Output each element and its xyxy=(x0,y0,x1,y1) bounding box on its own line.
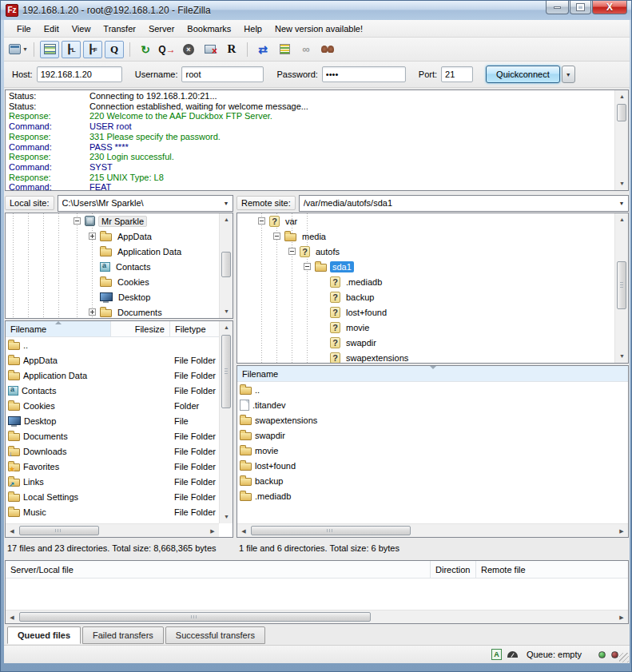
file-row[interactable]: .. xyxy=(237,382,628,397)
scrollbar-thumb[interactable] xyxy=(221,335,231,408)
tree-item-movie[interactable]: movie xyxy=(237,320,628,335)
scroll-left-icon[interactable]: ◀ xyxy=(6,610,18,624)
tree-item-contacts[interactable]: Contacts xyxy=(6,259,233,274)
remote-site-combobox[interactable]: /var/media/autofs/sda1 ▼ xyxy=(299,195,629,212)
file-row[interactable]: swapdir xyxy=(237,427,628,443)
scroll-up-icon[interactable]: ▲ xyxy=(615,213,629,226)
scrollbar-thumb[interactable] xyxy=(251,526,411,535)
scrollbar-thumb[interactable] xyxy=(617,261,626,309)
tab-failed-transfers[interactable]: Failed transfers xyxy=(82,626,164,644)
sync-browsing-button[interactable]: ∞ xyxy=(296,41,316,58)
collapse-icon[interactable] xyxy=(304,263,311,270)
column-header-filename[interactable]: Filename xyxy=(6,321,111,336)
maximize-button[interactable] xyxy=(570,1,591,14)
tree-item-mediadb[interactable]: .mediadb xyxy=(237,274,628,289)
chevron-down-icon[interactable]: ▼ xyxy=(615,201,628,206)
file-row[interactable]: lost+found xyxy=(237,458,628,473)
collapse-icon[interactable] xyxy=(74,217,81,225)
cancel-button[interactable]: × xyxy=(179,41,198,58)
file-row[interactable]: AppDataFile Folder xyxy=(6,352,221,368)
file-row[interactable]: .. xyxy=(6,337,221,352)
local-site-combobox[interactable]: C:\Users\Mr Sparkle\ ▼ xyxy=(58,195,233,212)
menu-transfer[interactable]: Transfer xyxy=(97,22,142,36)
menu-help[interactable]: Help xyxy=(237,22,268,36)
file-row[interactable]: Local SettingsFile Folder xyxy=(6,489,221,504)
process-queue-button[interactable]: Q→ xyxy=(157,41,177,58)
close-button[interactable]: X xyxy=(592,1,627,14)
scroll-down-icon[interactable]: ▼ xyxy=(220,511,233,523)
queue-horizontal-scrollbar[interactable]: ◀ ▶ xyxy=(6,610,628,623)
password-input[interactable] xyxy=(322,66,406,82)
chevron-down-icon[interactable]: ▼ xyxy=(220,201,233,206)
remote-tree-vertical-scrollbar[interactable]: ▲ ▼ xyxy=(614,213,628,363)
site-manager-button[interactable]: ▼ xyxy=(9,41,28,58)
scroll-down-icon[interactable]: ▼ xyxy=(615,177,629,190)
column-header-filesize[interactable]: Filesize xyxy=(111,321,170,336)
host-input[interactable] xyxy=(37,66,122,82)
refresh-button[interactable]: ↻ xyxy=(136,41,155,58)
scroll-left-icon[interactable]: ◀ xyxy=(6,524,18,538)
transfer-type-icon[interactable]: A xyxy=(491,649,502,660)
tree-item-desktop[interactable]: Desktop xyxy=(6,289,233,304)
scroll-left-icon[interactable]: ◀ xyxy=(237,524,250,538)
menu-edit[interactable]: Edit xyxy=(38,22,66,36)
tree-item-application-data[interactable]: Application Data xyxy=(6,244,233,259)
tree-item-documents[interactable]: Documents xyxy=(6,304,233,319)
tab-successful-transfers[interactable]: Successful transfers xyxy=(165,626,265,644)
tree-item-media[interactable]: media xyxy=(237,229,628,244)
scroll-right-icon[interactable]: ▶ xyxy=(615,524,628,538)
file-row[interactable]: ↓DownloadsFile Folder xyxy=(6,443,221,459)
tree-item-cookies[interactable]: Cookies xyxy=(6,274,233,289)
quickconnect-dropdown-button[interactable]: ▼ xyxy=(562,66,575,83)
toggle-remote-tree-button[interactable]: ┠F xyxy=(83,41,102,58)
scroll-down-icon[interactable]: ▼ xyxy=(220,305,233,318)
toggle-local-tree-button[interactable]: ┠L xyxy=(62,41,81,58)
local-list-vertical-scrollbar[interactable]: ▲ ▼ xyxy=(219,321,233,523)
file-row[interactable]: CookiesFolder xyxy=(6,398,221,413)
toggle-queue-button[interactable]: Q xyxy=(105,41,124,58)
scroll-up-icon[interactable]: ▲ xyxy=(220,321,233,334)
column-header-filename[interactable]: Filename xyxy=(237,366,628,381)
column-header-server-local-file[interactable]: Server/Local file xyxy=(6,561,431,578)
tree-item-var[interactable]: var xyxy=(237,213,628,229)
title-bar[interactable]: Fz 192.168.1.20 - root@192.168.1.20 - Fi… xyxy=(1,1,632,20)
expand-icon[interactable] xyxy=(89,308,96,316)
local-list-horizontal-scrollbar[interactable]: ◀ ▶ xyxy=(6,523,219,537)
port-input[interactable] xyxy=(441,66,473,82)
menu-new-version[interactable]: New version available! xyxy=(268,22,369,36)
log-vertical-scrollbar[interactable]: ▲ ▼ xyxy=(614,90,628,190)
menu-file[interactable]: File xyxy=(10,22,38,36)
scrollbar-thumb[interactable] xyxy=(19,612,371,622)
tab-queued-files[interactable]: Queued files xyxy=(7,626,81,644)
column-header-direction[interactable]: Direction xyxy=(431,561,476,578)
tree-item-lost-found[interactable]: lost+found xyxy=(237,304,628,320)
tree-item-autofs[interactable]: autofs xyxy=(237,244,628,259)
file-row[interactable]: ★FavoritesFile Folder xyxy=(6,459,221,474)
minimize-button[interactable] xyxy=(546,1,569,14)
file-row[interactable]: Application DataFile Folder xyxy=(6,368,221,383)
file-row[interactable]: ContactsFile Folder xyxy=(6,383,221,398)
expand-icon[interactable] xyxy=(89,233,96,240)
scroll-right-icon[interactable]: ▶ xyxy=(615,610,628,624)
scrollbar-thumb[interactable] xyxy=(617,104,626,121)
menu-server[interactable]: Server xyxy=(142,22,181,36)
file-row[interactable]: DesktopFile xyxy=(6,413,221,428)
username-input[interactable] xyxy=(181,66,264,82)
tree-item-sda1[interactable]: sda1 xyxy=(237,259,628,274)
file-row[interactable]: MusicFile Folder xyxy=(6,504,221,519)
tree-item-swapextensions[interactable]: swapextensions xyxy=(237,350,628,364)
menu-view[interactable]: View xyxy=(66,22,97,36)
file-row[interactable]: .mediadb xyxy=(237,488,628,503)
file-row[interactable]: DocumentsFile Folder xyxy=(6,428,221,443)
scroll-up-icon[interactable]: ▲ xyxy=(615,90,629,103)
tree-item-mr-sparkle[interactable]: Mr Sparkle xyxy=(6,213,233,229)
quickconnect-button[interactable]: Quickconnect xyxy=(486,66,560,83)
resize-grip-icon[interactable] xyxy=(619,653,629,662)
toggle-log-button[interactable] xyxy=(40,41,59,58)
scrollbar-thumb[interactable] xyxy=(19,526,99,535)
file-row[interactable]: swapextensions xyxy=(237,412,628,427)
find-files-button[interactable] xyxy=(318,41,337,58)
collapse-icon[interactable] xyxy=(273,233,280,240)
scroll-up-icon[interactable]: ▲ xyxy=(220,213,233,226)
comparison-button[interactable] xyxy=(275,41,294,58)
